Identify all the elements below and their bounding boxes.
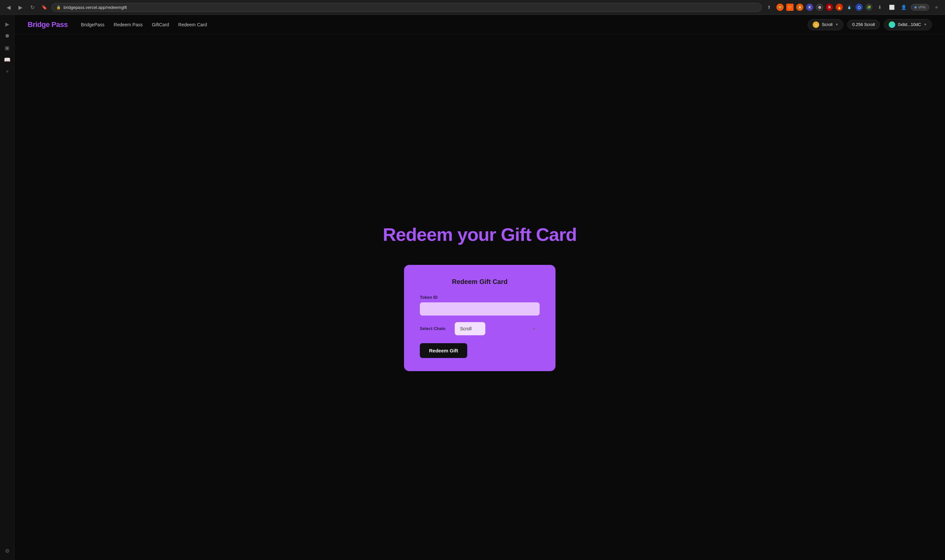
extension-meta-icon: ⬡ xyxy=(856,4,863,11)
brave-shield-icon: 🛡 xyxy=(786,4,794,11)
card-title: Redeem Gift Card xyxy=(420,278,540,286)
reload-button[interactable]: ↻ xyxy=(28,3,37,12)
left-sidebar: ▶ ⏺ ▣ 📖 ＋ ⚙ xyxy=(0,15,14,560)
sidebar-icon-play[interactable]: ▶ xyxy=(2,19,12,29)
page-title: Redeem your Gift Card xyxy=(383,224,577,245)
browser-wrapper: ◀ ▶ ↻ 🔖 🔒 bridgepass.vercel.app/redeemgi… xyxy=(0,0,945,560)
extension-fire-icon: 🔥 xyxy=(836,4,843,11)
extension-drop-icon: 💧 xyxy=(846,4,853,11)
page-body: Redeem your Gift Card Redeem Gift Card T… xyxy=(14,35,945,560)
bookmark-button[interactable]: 🔖 xyxy=(40,3,49,12)
back-button[interactable]: ◀ xyxy=(4,3,13,12)
sidebar-icon-grid[interactable]: ▣ xyxy=(2,42,12,53)
token-id-label: Token ID xyxy=(420,295,540,300)
nav-link-giftcard[interactable]: GiftCard xyxy=(152,22,169,27)
wallet-avatar xyxy=(889,22,895,28)
nav-right: S Scroll ▼ 0.256 Scroll 0x8d...10dC ▼ xyxy=(808,19,932,30)
window-button[interactable]: ⬜ xyxy=(887,3,896,12)
chain-chevron-icon: ▼ xyxy=(835,23,838,26)
menu-button[interactable]: ≡ xyxy=(932,3,941,12)
brave-lion-icon: 🦁 xyxy=(776,4,784,11)
nav-link-redeem-pass[interactable]: Redeem Pass xyxy=(114,22,143,27)
select-chain-row: Select Chain Scroll Ethereum Polygon Opt… xyxy=(420,322,540,335)
redeem-gift-button[interactable]: Redeem Gift xyxy=(420,343,467,358)
url-text: bridgepass.vercel.app/redeemgift xyxy=(63,5,127,10)
app-wrapper: ▶ ⏺ ▣ 📖 ＋ ⚙ Bridge Pass BridgePass Redee… xyxy=(0,15,945,560)
download-button[interactable]: ⬇ xyxy=(875,3,885,12)
nav-links: BridgePass Redeem Pass GiftCard Redeem C… xyxy=(81,22,794,27)
sidebar-icon-add[interactable]: ＋ xyxy=(2,66,12,77)
top-nav: Bridge Pass BridgePass Redeem Pass GiftC… xyxy=(14,15,945,35)
scroll-balance: 0.256 Scroll xyxy=(847,20,880,29)
extension-r-icon: R xyxy=(826,4,833,11)
address-bar[interactable]: 🔒 bridgepass.vercel.app/redeemgift xyxy=(51,3,762,12)
vpn-dot xyxy=(914,6,917,9)
extension-flower-icon: ✿ xyxy=(816,4,823,11)
chain-select[interactable]: Scroll Ethereum Polygon Optimism Arbitru… xyxy=(455,322,486,335)
main-content: Bridge Pass BridgePass Redeem Pass GiftC… xyxy=(14,15,945,560)
vpn-badge: VPN xyxy=(911,4,929,11)
chain-name: Scroll xyxy=(822,22,833,27)
chain-select-wrapper: Scroll Ethereum Polygon Optimism Arbitru… xyxy=(455,322,540,335)
redeem-card: Redeem Gift Card Token ID Select Chain S… xyxy=(404,265,555,371)
nav-link-bridgepass[interactable]: BridgePass xyxy=(81,22,105,27)
token-id-input[interactable] xyxy=(420,302,540,315)
chain-icon: S xyxy=(812,22,819,28)
wallet-chevron-icon: ▼ xyxy=(923,23,927,26)
logo[interactable]: Bridge Pass xyxy=(28,20,68,29)
profile-button[interactable]: 👤 xyxy=(899,3,908,12)
extension-puzzle-icon: 🧩 xyxy=(865,4,873,11)
lock-icon: 🔒 xyxy=(56,5,61,9)
wallet-address: 0x8d...10dC xyxy=(898,22,921,27)
forward-button[interactable]: ▶ xyxy=(16,3,25,12)
wallet-button[interactable]: 0x8d...10dC ▼ xyxy=(884,19,932,30)
token-id-group: Token ID xyxy=(420,295,540,315)
vpn-label: VPN xyxy=(918,5,926,9)
extension-k-icon: K xyxy=(806,4,813,11)
sidebar-icon-settings[interactable]: ⚙ xyxy=(2,546,12,556)
chain-button[interactable]: S Scroll ▼ xyxy=(808,19,843,30)
sidebar-icon-book[interactable]: 📖 xyxy=(2,54,12,65)
browser-chrome: ◀ ▶ ↻ 🔖 🔒 bridgepass.vercel.app/redeemgi… xyxy=(0,0,945,15)
sidebar-icon-record[interactable]: ⏺ xyxy=(2,31,12,41)
extension-a-icon: A xyxy=(796,4,803,11)
select-chain-label: Select Chain xyxy=(420,326,449,331)
nav-link-redeem-card[interactable]: Redeem Card xyxy=(178,22,207,27)
share-button[interactable]: ⬆ xyxy=(765,3,774,12)
